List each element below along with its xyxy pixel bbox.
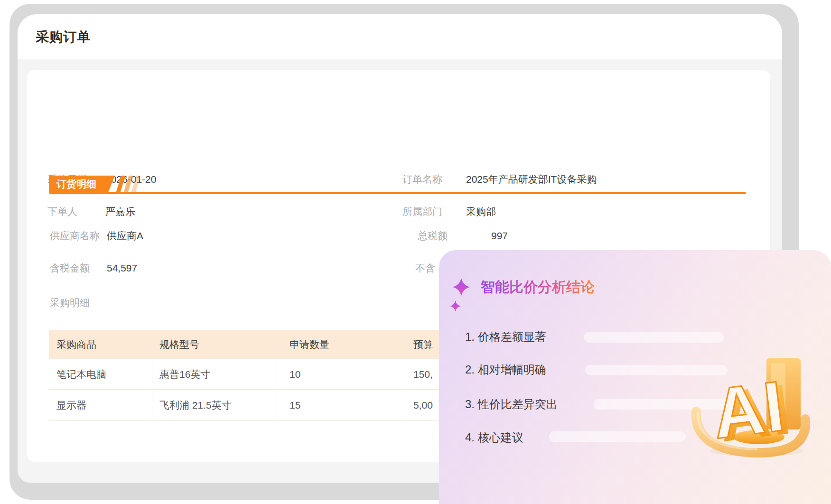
cell-spec: 飞利浦 21.5英寸 bbox=[159, 390, 232, 421]
department-value: 采购部 bbox=[466, 205, 496, 218]
department-label: 所属部门 bbox=[402, 205, 442, 218]
tax-incl-value: 54,597 bbox=[107, 261, 137, 275]
cell-quantity: 10 bbox=[289, 359, 300, 390]
total-tax-value: 997 bbox=[491, 229, 508, 243]
column-divider bbox=[277, 359, 277, 421]
section-underline bbox=[49, 192, 746, 194]
supplier-value: 供应商A bbox=[107, 229, 143, 243]
cell-product: 显示器 bbox=[56, 390, 86, 421]
ai-3d-glass-icon: AI AI bbox=[686, 350, 814, 459]
page-title: 采购订单 bbox=[36, 28, 91, 46]
column-divider bbox=[152, 359, 152, 421]
col-header-spec: 规格型号 bbox=[159, 330, 199, 359]
tax-incl-label: 含税金额 bbox=[50, 261, 90, 275]
section-badge: 订货明细 bbox=[49, 176, 115, 192]
col-header-budget: 预算 bbox=[413, 330, 433, 359]
ai-conclusion-item: 1. 价格差额显著 bbox=[465, 329, 546, 345]
ai-sparkle-icon bbox=[449, 277, 471, 316]
ai-conclusion-item: 2. 相对增幅明确 bbox=[465, 362, 546, 377]
skeleton-bar bbox=[584, 332, 724, 343]
column-divider bbox=[405, 359, 405, 421]
skeleton-bar bbox=[549, 431, 686, 442]
screenshot-stage: 采购订单 采购日期 2026-01-20 订单名称 2025年产品研发部IT设备… bbox=[0, 0, 831, 504]
col-header-quantity: 申请数量 bbox=[289, 330, 329, 359]
orderer-label: 下单人 bbox=[47, 205, 77, 218]
cell-product: 笔记本电脑 bbox=[56, 359, 106, 390]
title-bar: 采购订单 bbox=[18, 14, 782, 59]
cell-quantity: 15 bbox=[289, 390, 300, 421]
ai-letters-face: AI bbox=[708, 366, 788, 454]
col-header-product: 采购商品 bbox=[56, 330, 96, 359]
supplier-label: 供应商名称 bbox=[50, 229, 100, 243]
ai-panel-title: 智能比价分析结论 bbox=[481, 278, 595, 296]
ai-conclusion-item: 4. 核心建议 bbox=[465, 430, 523, 445]
ai-conclusion-item: 3. 性价比差异突出 bbox=[465, 397, 558, 412]
total-tax-label: 总税额 bbox=[418, 229, 448, 243]
cell-budget: 5,00 bbox=[413, 390, 433, 421]
ai-analysis-panel: 智能比价分析结论 1. 价格差额显著 2. 相对增幅明确 3. 性价比差异突出 … bbox=[439, 250, 831, 504]
cell-spec: 惠普16英寸 bbox=[159, 359, 210, 390]
tax-excl-label-truncated: 不含 bbox=[415, 261, 435, 275]
order-name-value: 2025年产品研发部IT设备采购 bbox=[466, 173, 597, 186]
orderer-value: 严嘉乐 bbox=[105, 205, 135, 218]
order-name-label: 订单名称 bbox=[402, 173, 442, 186]
cell-budget: 150, bbox=[413, 359, 433, 390]
purchase-detail-label: 采购明细 bbox=[50, 296, 90, 309]
